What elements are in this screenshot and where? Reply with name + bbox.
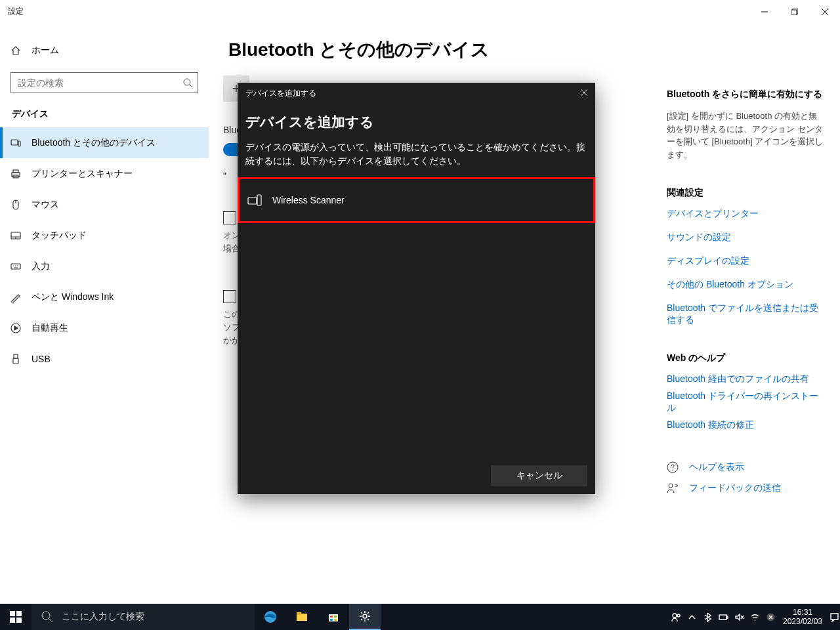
- tray-input-icon[interactable]: [763, 604, 778, 630]
- folder-icon: [295, 610, 308, 623]
- svg-point-31: [363, 614, 367, 618]
- sidebar-search[interactable]: [10, 72, 198, 93]
- tray-volume-mute-icon[interactable]: [731, 604, 747, 630]
- device-item-wireless-scanner[interactable]: Wireless Scanner: [238, 177, 595, 223]
- maximize-button[interactable]: [780, 0, 810, 23]
- taskbar-app-edge[interactable]: [255, 604, 286, 630]
- link-display-settings[interactable]: ディスプレイの設定: [667, 255, 824, 267]
- sidebar-item-pen[interactable]: ペンと Windows Ink: [0, 282, 209, 312]
- tray-time: 16:31: [778, 608, 827, 617]
- store-icon: [327, 610, 340, 623]
- svg-rect-13: [13, 358, 18, 364]
- home-icon: [10, 45, 21, 56]
- svg-rect-29: [330, 619, 333, 621]
- dialog-heading: デバイスを追加する: [245, 113, 587, 131]
- taskbar-app-explorer[interactable]: [286, 604, 318, 630]
- search-input[interactable]: [10, 72, 198, 93]
- svg-rect-12: [14, 354, 18, 358]
- link-sound-settings[interactable]: サウンドの設定: [667, 232, 824, 243]
- link-bt-connection-fix[interactable]: Bluetooth 接続の修正: [667, 419, 824, 431]
- svg-rect-27: [330, 616, 333, 618]
- svg-rect-18: [10, 611, 15, 616]
- tray-wifi-icon[interactable]: [747, 604, 763, 630]
- rail-text-bt-tip: [設定] を開かずに Bluetooth の有効と無効を切り替えるには、アクショ…: [667, 110, 824, 161]
- link-get-help[interactable]: ヘルプを表示: [667, 461, 824, 473]
- gear-icon: [358, 610, 371, 623]
- obscured-text: ": [223, 171, 226, 181]
- sidebar-item-bluetooth[interactable]: Bluetooth とその他のデバイス: [0, 127, 209, 158]
- close-button[interactable]: [810, 0, 840, 23]
- dialog-instructions: デバイスの電源が入っていて、検出可能になっていることを確かめてください。接続する…: [245, 140, 587, 168]
- svg-rect-37: [831, 614, 838, 620]
- checkbox-2[interactable]: [223, 290, 236, 303]
- mouse-icon: [10, 200, 21, 210]
- link-bt-file-sharing[interactable]: Bluetooth 経由でのファイルの共有: [667, 373, 824, 385]
- sidebar-item-autoplay[interactable]: 自動再生: [0, 312, 209, 343]
- tray-date: 2023/02/03: [778, 617, 827, 626]
- keyboard-icon: [10, 261, 21, 272]
- taskbar-search[interactable]: ここに入力して検索: [32, 604, 255, 630]
- right-rail: Bluetooth をさらに簡単に有効にする [設定] を開かずに Blueto…: [667, 89, 824, 503]
- sidebar-item-mouse[interactable]: マウス: [0, 189, 209, 220]
- link-give-feedback[interactable]: フィードバックの送信: [667, 482, 824, 494]
- link-more-bt-options[interactable]: その他の Bluetooth オプション: [667, 279, 824, 291]
- taskbar-app-store[interactable]: [318, 604, 349, 630]
- tray-people-icon[interactable]: [668, 604, 684, 630]
- svg-rect-21: [16, 618, 22, 623]
- touchpad-icon: [10, 230, 21, 241]
- svg-rect-35: [726, 616, 728, 618]
- sidebar-category-header: デバイス: [0, 101, 209, 127]
- sidebar-item-home[interactable]: ホーム: [0, 35, 209, 66]
- cancel-button[interactable]: キャンセル: [491, 465, 587, 486]
- minimize-button[interactable]: [749, 0, 780, 23]
- edge-icon: [264, 610, 277, 623]
- svg-point-15: [669, 484, 673, 488]
- taskbar-app-settings[interactable]: [349, 604, 381, 630]
- start-button[interactable]: [0, 604, 32, 630]
- tray-battery-icon[interactable]: [715, 604, 731, 630]
- window-title: 設定: [8, 6, 24, 17]
- usb-icon: [10, 354, 21, 364]
- device-icon: [247, 194, 262, 206]
- windows-icon: [9, 610, 22, 623]
- pen-icon: [10, 292, 21, 303]
- sidebar-item-label: USB: [32, 354, 51, 364]
- sidebar-item-label: プリンターとスキャナー: [32, 168, 133, 180]
- printer-icon: [10, 169, 21, 179]
- help-icon: [667, 461, 679, 473]
- tray-chevron-up-icon[interactable]: [684, 604, 700, 630]
- svg-rect-3: [11, 140, 18, 145]
- svg-point-32: [673, 614, 677, 618]
- sidebar-item-printers[interactable]: プリンターとスキャナー: [0, 158, 209, 189]
- svg-rect-25: [297, 612, 301, 615]
- sidebar-item-label: タッチパッド: [32, 230, 87, 242]
- feedback-icon: [667, 482, 679, 494]
- svg-rect-17: [257, 195, 261, 205]
- search-icon: [182, 77, 193, 88]
- sidebar-item-typing[interactable]: 入力: [0, 251, 209, 282]
- svg-rect-16: [248, 198, 257, 204]
- svg-rect-1: [791, 10, 797, 15]
- tray-bluetooth-icon[interactable]: [700, 604, 715, 630]
- svg-rect-4: [18, 141, 20, 146]
- autoplay-icon: [10, 323, 21, 333]
- taskbar-search-placeholder: ここに入力して検索: [62, 611, 144, 623]
- tray-action-center[interactable]: [828, 604, 840, 630]
- svg-rect-10: [11, 264, 20, 269]
- checkbox-1[interactable]: [223, 211, 236, 224]
- tray-clock[interactable]: 16:31 2023/02/03: [778, 608, 828, 627]
- link-bt-send-receive[interactable]: Bluetooth でファイルを送信または受信する: [667, 303, 824, 326]
- link-devices-printers[interactable]: デバイスとプリンター: [667, 208, 824, 220]
- link-bt-driver-reinstall[interactable]: Bluetooth ドライバーの再インストール: [667, 390, 824, 414]
- svg-rect-30: [334, 619, 337, 621]
- sidebar-item-label: Bluetooth とその他のデバイス: [32, 137, 156, 149]
- sidebar-item-usb[interactable]: USB: [0, 343, 209, 374]
- sidebar-item-touchpad[interactable]: タッチパッド: [0, 220, 209, 251]
- rail-heading-related: 関連設定: [667, 187, 824, 199]
- rail-link-label: フィードバックの送信: [689, 482, 781, 494]
- taskbar: ここに入力して検索 16:31 2023/02/03: [0, 604, 840, 630]
- dialog-close-button[interactable]: [581, 89, 587, 98]
- sidebar-item-label: 入力: [32, 261, 50, 272]
- add-device-dialog: デバイスを追加する デバイスを追加する デバイスの電源が入っていて、検出可能にな…: [238, 83, 595, 494]
- close-icon: [581, 89, 587, 96]
